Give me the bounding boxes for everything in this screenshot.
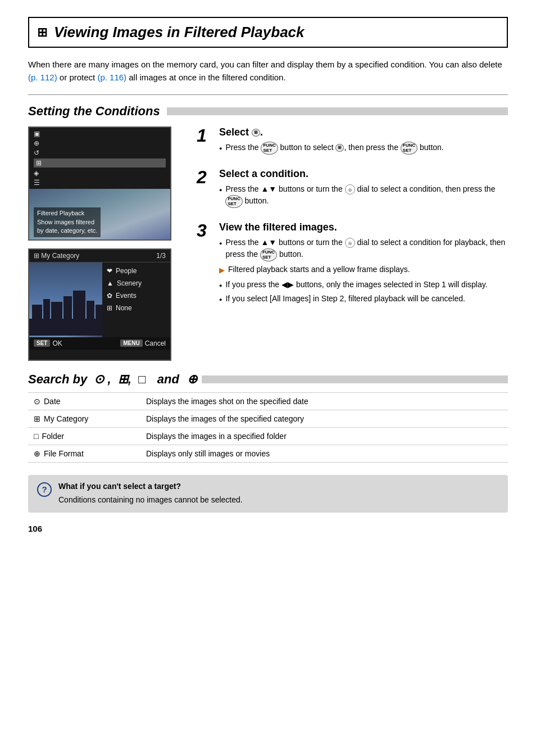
step-1-number: 1 (197, 126, 212, 157)
table-label-date: ⊙ Date (28, 392, 140, 410)
fileformat-icon: ⊕ (34, 449, 40, 458)
func-icon-2: FUNCSET (225, 195, 242, 208)
bullet-dot-3a: ● (219, 239, 222, 261)
step-1: 1 Select ⊞. ● Press the FUNCSET button t… (197, 126, 508, 157)
func-icon-step1: ⊞ (252, 129, 260, 137)
screen2-body: ❤ People ▲ Scenery ✿ Events ⊞ None (29, 262, 170, 337)
screen1-image: Filtered Playback Show images filtered b… (29, 189, 170, 239)
table-label-fileformat: ⊕ File Format (28, 445, 140, 462)
func-icon-3: FUNCSET (260, 248, 277, 261)
footer-menu: MENU Cancel (120, 339, 166, 347)
search-heading-text: Search by ⊙ , ⊞, □ (28, 372, 153, 387)
step-2-content: Select a condition. ● Press the ▲▼ butto… (219, 168, 508, 210)
bullet-dot-1: ● (219, 144, 222, 155)
footer-set: SET OK (34, 339, 62, 347)
title-icon: ⊞ (37, 25, 47, 40)
date-description: Displays the images shot on the specifie… (140, 392, 508, 410)
page-title-box: ⊞ Viewing Images in Filtered Playback (28, 17, 508, 48)
step3-bullet2: ▶ Filtered playback starts and a yellow … (219, 264, 508, 277)
intro-text-before: When there are many images on the memory… (28, 60, 502, 69)
link-p112[interactable]: (p. 112) (28, 73, 57, 82)
search-heading-bar (202, 375, 508, 383)
people-label: People (116, 267, 137, 275)
tip-question-icon: ? (37, 482, 52, 497)
menu-item-scenery: ▲ Scenery (107, 278, 166, 288)
screenshots-column: ▣ ⊕ ↺ ⊞ ◈ ☰ Filtered Playback Show image… (28, 126, 185, 361)
bullet-dot-3c: ● (219, 296, 222, 305)
link-p116[interactable]: (p. 116) (97, 73, 126, 82)
fileformat-label: File Format (44, 449, 84, 458)
step-1-body: ● Press the FUNCSET button to select ⊞, … (219, 142, 508, 155)
search-section-heading: Search by ⊙ , ⊞, □ and ⊕ (28, 372, 508, 387)
icon-item-6: ☰ (34, 179, 166, 187)
bullet-dot-3b: ● (219, 282, 222, 291)
step-3-body: ● Press the ▲▼ buttons or turn the ◎ dia… (219, 237, 508, 305)
setting-conditions-heading: Setting the Conditions (28, 104, 508, 119)
people-icon: ❤ (107, 267, 112, 275)
steps-column: 1 Select ⊞. ● Press the FUNCSET button t… (197, 126, 508, 361)
menu-badge: MENU (120, 339, 142, 347)
table-row-date: ⊙ Date Displays the images shot on the s… (28, 392, 508, 410)
icon-item-1: ▣ (34, 130, 166, 138)
screen1-top: ▣ ⊕ ↺ ⊞ ◈ ☰ (29, 128, 170, 189)
screen2-header-right: 1/3 (156, 252, 166, 260)
overlay-line3: by date, category, etc. (37, 227, 97, 235)
icon-item-2: ⊕ (34, 139, 166, 147)
scenery-icon: ▲ (107, 279, 113, 287)
date-label: Date (44, 397, 61, 406)
heading-bar (167, 107, 508, 115)
search-heading-icon: ⊕ (184, 372, 197, 387)
filter-icon-1: ⊞ (335, 144, 344, 152)
step-1-title: Select ⊞. (219, 126, 508, 138)
setting-conditions-label: Setting the Conditions (28, 104, 160, 119)
events-icon: ✿ (107, 292, 112, 300)
table-label-category: ⊞ My Category (28, 410, 140, 427)
folder-icon: □ (34, 432, 38, 441)
screen1-overlay: Filtered Playback Show images filtered b… (34, 207, 101, 237)
table-label-folder: □ Folder (28, 427, 140, 445)
step3-bullet1: ● Press the ▲▼ buttons or turn the ◎ dia… (219, 237, 508, 261)
svg-rect-4 (51, 302, 62, 336)
fileformat-description: Displays only still images or movies (140, 445, 508, 462)
footer-cancel-label: Cancel (145, 339, 166, 347)
bullet-dot-2: ● (219, 186, 222, 208)
step-1-content: Select ⊞. ● Press the FUNCSET button to … (219, 126, 508, 157)
search-table: ⊙ Date Displays the images shot on the s… (28, 392, 508, 463)
svg-rect-7 (87, 301, 94, 336)
icon-item-4-selected: ⊞ (34, 159, 166, 168)
main-content: ▣ ⊕ ↺ ⊞ ◈ ☰ Filtered Playback Show image… (28, 126, 508, 361)
menu-item-events: ✿ Events (107, 291, 166, 301)
step-3-content: View the filtered images. ● Press the ▲▼… (219, 221, 508, 307)
func-icon-1a: FUNCSET (261, 142, 278, 155)
step-3-title: View the filtered images. (219, 221, 508, 233)
folder-label: Folder (42, 432, 64, 441)
step3-bullet3-text: If you press the ◀▶ buttons, only the im… (225, 279, 508, 291)
category-label: My Category (44, 414, 88, 423)
step-3-number: 3 (197, 221, 212, 307)
step-2-number: 2 (197, 168, 212, 210)
step3-bullet3: ● If you press the ◀▶ buttons, only the … (219, 279, 508, 291)
table-row-fileformat: ⊕ File Format Displays only still images… (28, 445, 508, 462)
step2-bullet1-text: Press the ▲▼ buttons or turn the ◎ dial … (225, 183, 508, 208)
camera-screen-2: ⊞ My Category 1/3 (28, 248, 171, 361)
func-icon-1b: FUNCSET (401, 142, 417, 155)
step3-bullet4-text: If you select [All Images] in Step 2, fi… (225, 293, 508, 305)
category-icon: ⊞ (34, 414, 40, 423)
camera-screen-1: ▣ ⊕ ↺ ⊞ ◈ ☰ Filtered Playback Show image… (28, 126, 171, 241)
intro-text-mid: or protect (57, 73, 98, 82)
step1-bullet1: ● Press the FUNCSET button to select ⊞, … (219, 142, 508, 155)
svg-rect-6 (73, 291, 85, 336)
menu-item-people: ❤ People (107, 266, 166, 276)
tip-box: ? What if you can't select a target? Con… (28, 475, 508, 513)
table-row-category: ⊞ My Category Displays the images of the… (28, 410, 508, 427)
step3-bullet4: ● If you select [All Images] in Step 2, … (219, 293, 508, 305)
menu-item-none: ⊞ None (107, 303, 166, 313)
events-label: Events (116, 292, 137, 300)
step-2-body: ● Press the ▲▼ buttons or turn the ◎ dia… (219, 183, 508, 208)
section-divider (28, 94, 508, 95)
none-label: None (116, 304, 132, 312)
tip-content: What if you can't select a target? Condi… (58, 482, 499, 506)
category-description: Displays the images of the specified cat… (140, 410, 508, 427)
dial-icon-2: ◎ (345, 184, 355, 194)
none-icon: ⊞ (107, 304, 112, 312)
